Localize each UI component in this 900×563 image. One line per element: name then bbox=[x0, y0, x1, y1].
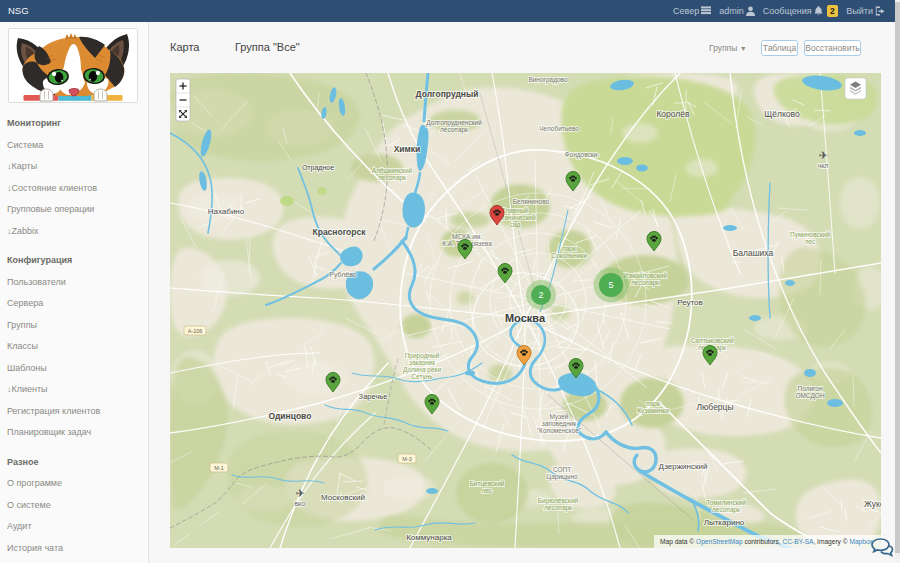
svg-text:лесопарк: лесопарк bbox=[712, 506, 740, 514]
svg-text:заказник: заказник bbox=[409, 359, 435, 366]
svg-text:2: 2 bbox=[538, 290, 543, 300]
svg-text:М-1: М-1 bbox=[214, 465, 223, 471]
svg-text:Долгопрудный: Долгопрудный bbox=[416, 89, 479, 99]
svg-text:Королёв: Королёв bbox=[656, 109, 690, 119]
svg-text:лесопарк: лесопарк bbox=[440, 126, 468, 134]
svg-text:✈: ✈ bbox=[295, 487, 304, 499]
svg-text:Нахабино: Нахабино bbox=[208, 207, 245, 216]
svg-text:Сокольники: Сокольники bbox=[551, 252, 587, 259]
svg-text:Балашиха: Балашиха bbox=[733, 248, 774, 258]
svg-text:М-3: М-3 bbox=[402, 456, 411, 462]
svg-text:Химки: Химки bbox=[394, 144, 421, 154]
svg-text:ОМСДОН: ОМСДОН bbox=[795, 392, 824, 400]
svg-text:лесопарк: лесопарк bbox=[378, 174, 406, 182]
svg-text:Красногорск: Красногорск bbox=[313, 227, 367, 237]
svg-text:Сетунь: Сетунь bbox=[411, 373, 433, 381]
svg-text:Коммунарка: Коммунарка bbox=[406, 533, 452, 542]
svg-text:Главный: Главный bbox=[502, 207, 528, 214]
svg-text:Кузьминки: Кузьминки bbox=[637, 407, 669, 415]
svg-text:ЧКЛ: ЧКЛ bbox=[818, 163, 829, 169]
svg-text:"Коломенское": "Коломенское" bbox=[537, 427, 582, 434]
svg-text:МСХА им.: МСХА им. bbox=[452, 233, 482, 240]
svg-text:Беляниново: Беляниново bbox=[513, 198, 550, 205]
svg-text:5: 5 bbox=[608, 280, 613, 290]
svg-text:СОПТ: СОПТ bbox=[553, 466, 571, 473]
svg-text:Челобитьево: Челобитьево bbox=[539, 125, 579, 132]
svg-text:Салтыковский: Салтыковский bbox=[690, 337, 733, 344]
svg-text:Одинцово: Одинцово bbox=[269, 411, 312, 421]
svg-text:сад: сад bbox=[510, 221, 521, 229]
svg-text:Москва: Москва bbox=[505, 312, 546, 324]
svg-text:Томилинский: Томилинский bbox=[706, 499, 746, 506]
svg-text:Отрадное: Отрадное bbox=[302, 164, 334, 172]
svg-text:лесопарк: лесопарк bbox=[544, 504, 572, 512]
svg-text:лес: лес bbox=[805, 238, 816, 245]
svg-text:Алёшкинский: Алёшкинский bbox=[372, 167, 413, 174]
svg-text:Реутов: Реутов bbox=[677, 298, 703, 307]
svg-text:✈: ✈ bbox=[818, 149, 827, 161]
svg-text:Дзержинский: Дзержинский bbox=[659, 462, 708, 471]
svg-text:Виноградово: Виноградово bbox=[528, 76, 568, 84]
svg-text:ВКО: ВКО bbox=[294, 501, 306, 507]
svg-text:Люберцы: Люберцы bbox=[696, 402, 733, 412]
svg-text:Жуков: Жуков bbox=[864, 499, 881, 509]
svg-text:лесопарк: лесопарк bbox=[631, 279, 659, 287]
svg-text:Царицыно: Царицыно bbox=[546, 473, 578, 481]
svg-text:Полигон: Полигон bbox=[797, 385, 822, 392]
svg-text:Фондовски-: Фондовски- bbox=[565, 151, 600, 159]
svg-text:Измайловский: Измайловский bbox=[623, 272, 667, 279]
svg-text:Щёлково: Щёлково bbox=[764, 109, 800, 119]
svg-text:Московский: Московский bbox=[321, 493, 365, 502]
svg-text:Map data © OpenStreetMap contr: Map data © OpenStreetMap contributors, C… bbox=[660, 538, 874, 546]
svg-text:лес: лес bbox=[482, 487, 493, 494]
svg-text:Рублёво: Рублёво bbox=[329, 271, 357, 279]
svg-text:Заречье: Заречье bbox=[359, 392, 388, 401]
svg-text:А-106: А-106 bbox=[188, 328, 203, 334]
svg-text:Лыткарино: Лыткарино bbox=[704, 518, 745, 527]
